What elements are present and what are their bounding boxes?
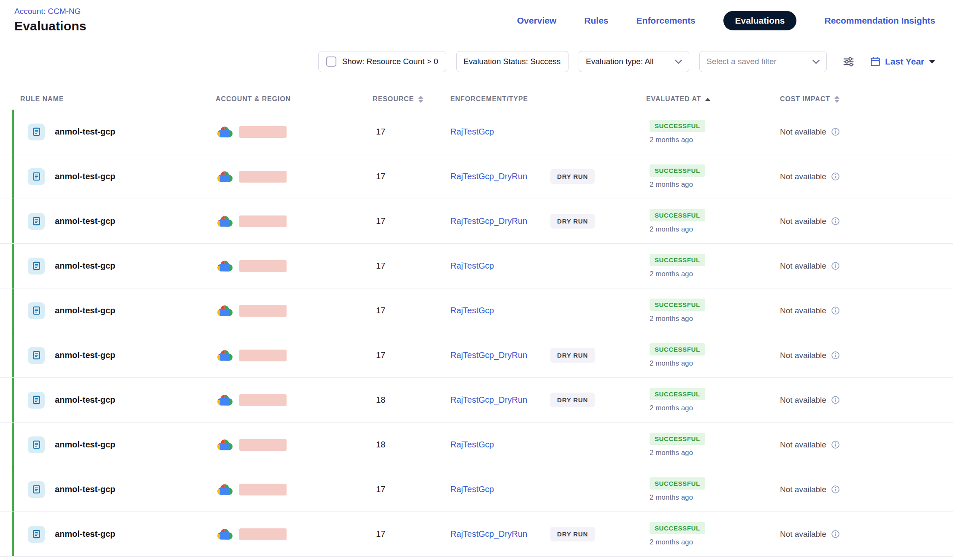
gcp-cloud-icon <box>216 259 234 273</box>
table-row[interactable]: anmol-test-gcp 18 RajTestGcp SUCCESSFUL … <box>0 423 953 467</box>
status-badge: SUCCESSFUL <box>650 522 705 534</box>
sort-ascending-icon[interactable] <box>705 98 710 101</box>
evaluation-status-dropdown[interactable]: Evaluation Status: Success <box>456 51 569 72</box>
evaluation-type-dropdown[interactable]: Evaluation type: All <box>579 51 689 72</box>
table-row[interactable]: anmol-test-gcp 17 RajTestGcp SUCCESSFUL … <box>0 288 953 333</box>
resource-cell: 18 <box>373 440 450 450</box>
row-status-accent <box>12 244 14 288</box>
resource-cell: 17 <box>373 172 450 181</box>
cost-impact-value: Not available <box>780 396 826 405</box>
column-account-region: ACCOUNT & REGION <box>216 95 373 103</box>
nav-tab-evaluations[interactable]: Evaluations <box>723 11 797 30</box>
account-region-cell <box>216 393 373 407</box>
gcp-cloud-icon <box>216 170 234 183</box>
account-region-cell <box>216 304 373 318</box>
date-range-selector[interactable]: Last Year <box>870 57 935 67</box>
enforcement-link[interactable]: RajTestGcp <box>450 440 550 450</box>
table-row[interactable]: anmol-test-gcp 17 RajTestGcp_DryRun DRY … <box>0 512 953 557</box>
rule-cell: anmol-test-gcp <box>12 481 216 498</box>
evaluated-at-cell: SUCCESSFUL 2 months ago <box>646 522 780 547</box>
resource-cell: 17 <box>373 216 450 226</box>
dry-run-badge: DRY RUN <box>550 214 595 229</box>
evaluated-at-cell: SUCCESSFUL 2 months ago <box>646 388 780 412</box>
account-region-cell <box>216 482 373 496</box>
rule-document-icon <box>28 347 45 364</box>
filter-bar: Show: Resource Count > 0 Evaluation Stat… <box>0 42 953 81</box>
cost-impact-cell: Not available <box>780 217 953 226</box>
redacted-account-name <box>239 126 287 138</box>
table-row[interactable]: anmol-test-gcp 17 RajTestGcp SUCCESSFUL … <box>0 467 953 512</box>
enforcement-link[interactable]: RajTestGcp_DryRun <box>450 395 550 405</box>
info-icon[interactable] <box>831 351 840 360</box>
info-icon[interactable] <box>831 127 840 136</box>
enforcement-link[interactable]: RajTestGcp <box>450 485 550 494</box>
evaluation-status-value: Evaluation Status: Success <box>463 57 560 66</box>
nav-tab-rules[interactable]: Rules <box>584 16 608 26</box>
redacted-account-name <box>239 350 287 361</box>
table-row[interactable]: anmol-test-gcp 17 RajTestGcp_DryRun DRY … <box>0 333 953 378</box>
account-breadcrumb[interactable]: Account: CCM-NG <box>14 7 87 16</box>
info-icon[interactable] <box>831 306 840 315</box>
rule-name: anmol-test-gcp <box>55 172 115 181</box>
info-icon[interactable] <box>831 261 840 270</box>
nav-tab-enforcements[interactable]: Enforcements <box>636 16 696 26</box>
enforcement-cell: RajTestGcp_DryRun DRY RUN <box>450 527 646 541</box>
table-row[interactable]: anmol-test-gcp 17 RajTestGcp_DryRun DRY … <box>0 154 953 199</box>
enforcement-link[interactable]: RajTestGcp <box>450 261 550 271</box>
evaluated-at-cell: SUCCESSFUL 2 months ago <box>646 164 780 189</box>
info-icon[interactable] <box>831 530 840 538</box>
nav-tab-recommendation-insights[interactable]: Recommendation Insights <box>824 16 935 26</box>
status-badge: SUCCESSFUL <box>650 120 705 132</box>
sort-arrows-icon[interactable] <box>418 96 423 103</box>
info-icon[interactable] <box>831 485 840 494</box>
table-row[interactable]: anmol-test-gcp 18 RajTestGcp_DryRun DRY … <box>0 378 953 423</box>
redacted-account-name <box>239 439 287 451</box>
row-status-accent <box>12 467 14 512</box>
info-icon[interactable] <box>831 440 840 449</box>
enforcement-link[interactable]: RajTestGcp <box>450 127 550 137</box>
enforcement-link[interactable]: RajTestGcp_DryRun <box>450 529 550 539</box>
cost-impact-value: Not available <box>780 172 826 181</box>
cost-impact-cell: Not available <box>780 485 953 494</box>
enforcement-link[interactable]: RajTestGcp_DryRun <box>450 172 550 181</box>
cost-impact-value: Not available <box>780 127 826 137</box>
enforcement-link[interactable]: RajTestGcp_DryRun <box>450 350 550 360</box>
calendar-icon <box>870 57 880 67</box>
saved-filter-dropdown[interactable]: Select a saved filter <box>699 51 827 72</box>
evaluations-table-body: anmol-test-gcp 17 RajTestGcp SUCCESSFUL … <box>0 110 953 557</box>
evaluated-time: 2 months ago <box>650 270 693 278</box>
evaluated-time: 2 months ago <box>650 404 693 412</box>
cost-impact-cell: Not available <box>780 396 953 405</box>
rule-name: anmol-test-gcp <box>55 395 115 405</box>
enforcement-cell: RajTestGcp <box>450 127 646 137</box>
resource-count: 17 <box>376 261 385 270</box>
sort-arrows-icon[interactable] <box>834 96 839 103</box>
rule-cell: anmol-test-gcp <box>12 213 216 230</box>
info-icon[interactable] <box>831 217 840 226</box>
table-row[interactable]: anmol-test-gcp 17 RajTestGcp SUCCESSFUL … <box>0 110 953 154</box>
info-icon[interactable] <box>831 396 840 404</box>
chevron-down-icon <box>812 59 820 64</box>
resource-count-checkbox[interactable] <box>326 57 336 67</box>
cost-impact-value: Not available <box>780 351 826 360</box>
nav-tab-overview[interactable]: Overview <box>517 16 556 26</box>
table-row[interactable]: anmol-test-gcp 17 RajTestGcp SUCCESSFUL … <box>0 244 953 288</box>
enforcement-cell: RajTestGcp_DryRun DRY RUN <box>450 169 646 184</box>
enforcement-link[interactable]: RajTestGcp_DryRun <box>450 216 550 226</box>
rule-cell: anmol-test-gcp <box>12 302 216 319</box>
cost-impact-cell: Not available <box>780 172 953 181</box>
info-icon[interactable] <box>831 172 840 181</box>
resource-count: 17 <box>376 529 385 538</box>
redacted-account-name <box>239 305 287 317</box>
enforcement-link[interactable]: RajTestGcp <box>450 306 550 315</box>
resource-count: 18 <box>376 440 385 449</box>
table-row[interactable]: anmol-test-gcp 17 RajTestGcp_DryRun DRY … <box>0 199 953 244</box>
resource-count: 17 <box>376 350 385 360</box>
filter-settings-button[interactable] <box>843 56 854 67</box>
evaluated-at-cell: SUCCESSFUL 2 months ago <box>646 254 780 278</box>
rule-cell: anmol-test-gcp <box>12 124 216 140</box>
resource-count-filter[interactable]: Show: Resource Count > 0 <box>318 51 446 72</box>
evaluated-time: 2 months ago <box>650 225 693 234</box>
resource-cell: 17 <box>373 261 450 271</box>
gcp-cloud-icon <box>216 527 234 541</box>
